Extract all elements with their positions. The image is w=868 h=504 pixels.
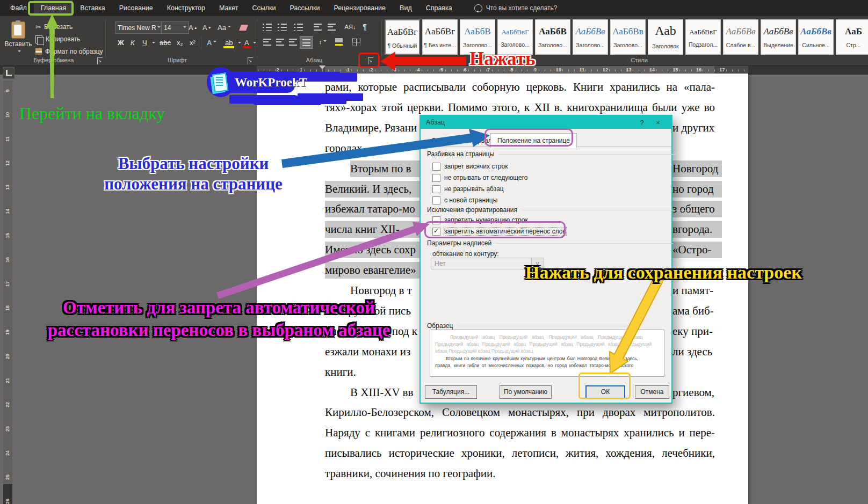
cut-button[interactable]: ✂ Вырезать xyxy=(35,21,73,32)
highlight-color-button[interactable]: ab xyxy=(223,36,234,48)
tab-selector[interactable] xyxy=(3,67,15,79)
show-marks-button[interactable]: ¶ xyxy=(359,21,371,33)
chevron-down-icon[interactable] xyxy=(152,42,155,45)
increase-indent-button[interactable] xyxy=(326,21,337,33)
checkbox[interactable]: ✓ xyxy=(432,228,440,236)
borders-button[interactable] xyxy=(350,36,362,48)
style-card[interactable]: АаБбВг ¶ Обычный xyxy=(385,19,420,55)
ruler-number: 6 xyxy=(461,67,469,72)
ribbon-tab[interactable]: Вставка xyxy=(73,0,112,16)
copy-button[interactable]: Копировать xyxy=(35,34,81,45)
line-spacing-button[interactable]: ↕ xyxy=(316,36,330,48)
document-line: травники, сочинения по географии. xyxy=(325,465,715,482)
style-card[interactable]: АаБбВг ¶ Без инте... xyxy=(422,19,458,55)
checkbox-row[interactable]: не отрывать от следующего xyxy=(432,173,527,182)
ribbon-tab[interactable]: Конструктор xyxy=(160,0,212,16)
multilevel-list-button[interactable] xyxy=(292,21,304,33)
checkbox[interactable] xyxy=(432,216,440,224)
dialog-close-button[interactable]: × xyxy=(650,119,666,127)
chevron-down-icon[interactable] xyxy=(238,42,241,45)
text-effects-button[interactable]: А xyxy=(205,36,218,48)
paste-label: Вставить xyxy=(5,40,32,48)
change-case-button[interactable]: Аа xyxy=(216,21,233,33)
checkbox-row[interactable]: запрет висячих строк xyxy=(432,162,508,171)
grow-font-button[interactable]: А▲ xyxy=(187,21,199,33)
align-center-button[interactable] xyxy=(274,36,286,48)
checkbox[interactable] xyxy=(432,196,440,204)
numbered-list-button[interactable] xyxy=(276,21,288,33)
checkbox-row[interactable]: запретить нумерацию строк xyxy=(432,216,528,224)
style-card[interactable]: АаБ Стр... xyxy=(836,19,868,55)
ruler-number: 16 xyxy=(5,255,10,265)
style-card[interactable]: АаБбВ Заголово... xyxy=(460,19,495,55)
checkbox[interactable] xyxy=(432,163,440,171)
ribbon-tab[interactable]: Рассылки xyxy=(283,0,327,16)
paste-button[interactable]: Вставить xyxy=(4,20,32,56)
clear-formatting-button[interactable] xyxy=(238,21,249,33)
style-preview: АаБбВв xyxy=(573,26,607,37)
underline-button[interactable]: Ч xyxy=(141,36,149,48)
ribbon-tab[interactable]: Файл xyxy=(3,0,34,16)
shrink-font-button[interactable]: А▼ xyxy=(201,21,213,33)
style-label: Выделение xyxy=(761,42,795,48)
style-label: Заголово... xyxy=(573,42,607,48)
checkbox-row[interactable]: с новой страницы xyxy=(432,196,497,204)
checkbox[interactable] xyxy=(432,185,440,193)
ribbon-tab[interactable]: Рецензирование xyxy=(327,0,393,16)
justify-button[interactable] xyxy=(300,36,313,49)
dialog-title-bar[interactable]: Абзац ? × xyxy=(421,116,671,129)
style-card[interactable]: АаБбВвГ Заголово... xyxy=(497,19,533,55)
style-card[interactable]: АаБбВв Слабое в... xyxy=(723,19,758,55)
checkbox-row[interactable]: ✓ запретить автоматический перенос слов xyxy=(432,227,566,236)
ribbon-tab[interactable]: Вид xyxy=(393,0,419,16)
ruler-number: 17 xyxy=(5,279,10,289)
dropdown-value: Нет xyxy=(431,260,531,267)
style-card[interactable]: АаБбВв Выделение xyxy=(761,19,796,55)
style-card[interactable]: АаБбВв Заголово... xyxy=(610,19,646,55)
paragraph-dialog-launcher[interactable]: ↘ xyxy=(366,57,375,65)
ribbon-tab[interactable]: Ссылки xyxy=(245,0,283,16)
shading-button[interactable] xyxy=(333,36,345,48)
align-right-button[interactable] xyxy=(287,36,299,48)
style-card[interactable]: АаБбВвГ Подзагол... xyxy=(685,19,721,55)
ok-button[interactable]: ОК xyxy=(585,385,625,399)
style-card[interactable]: АаБбВв Заголово... xyxy=(573,19,608,55)
bullet-list-button[interactable] xyxy=(261,21,273,33)
ribbon-tab[interactable]: Рисование xyxy=(112,0,160,16)
ruler-number: 14 xyxy=(5,207,10,216)
strikethrough-button[interactable]: abc xyxy=(158,36,172,48)
sort-button[interactable]: АЯ↓ xyxy=(343,21,358,33)
style-card[interactable]: АаБбВ Заголово... xyxy=(535,19,570,55)
ribbon-tab[interactable]: Справка xyxy=(419,0,459,16)
superscript-button[interactable]: x² xyxy=(188,36,197,48)
align-left-button[interactable] xyxy=(261,36,273,48)
format-painter-button[interactable]: Формат по образцу xyxy=(35,46,103,57)
ribbon-tab[interactable]: Главная xyxy=(34,0,74,16)
decrease-indent-button[interactable] xyxy=(312,21,323,33)
font-name-combobox[interactable]: Times New R xyxy=(115,21,163,34)
vertical-ruler[interactable]: 91011121314151617181920212223242526 xyxy=(3,81,12,504)
style-preview: АаБбВ xyxy=(460,26,495,37)
set-default-button[interactable]: По умолчанию xyxy=(500,385,552,399)
bold-button[interactable]: Ж xyxy=(116,36,126,48)
checkbox[interactable] xyxy=(432,174,440,182)
italic-button[interactable]: К xyxy=(129,36,136,48)
ruler-number: 15 xyxy=(671,67,680,72)
checkbox-row[interactable]: не разрывать абзац xyxy=(432,185,504,193)
cancel-button[interactable]: Отмена xyxy=(635,385,669,399)
ribbon-tab[interactable]: Макет xyxy=(212,0,245,16)
tell-me-search[interactable]: Что вы хотите сделать? xyxy=(474,0,558,16)
style-card[interactable]: Ааb Заголовок xyxy=(648,19,683,55)
clipboard-dialog-launcher[interactable]: ↘ xyxy=(96,57,104,65)
font-color-button[interactable]: А xyxy=(243,36,251,48)
tight-wrap-dropdown[interactable]: Нет ∨ xyxy=(431,258,544,269)
font-dialog-launcher[interactable]: ↘ xyxy=(246,57,255,65)
tab-line-page-breaks[interactable]: Положение на странице xyxy=(490,133,577,148)
font-size-combobox[interactable]: 14 xyxy=(161,21,189,34)
dialog-help-button[interactable]: ? xyxy=(634,119,650,127)
style-card[interactable]: АаБбВв Сильное... xyxy=(798,19,834,55)
tabs-button[interactable]: Табуляция... xyxy=(425,385,477,399)
chevron-down-icon[interactable] xyxy=(253,42,256,45)
subscript-button[interactable]: x₂ xyxy=(175,36,185,48)
tab-indents-spacing[interactable]: Отступы и интервалы xyxy=(425,135,491,147)
